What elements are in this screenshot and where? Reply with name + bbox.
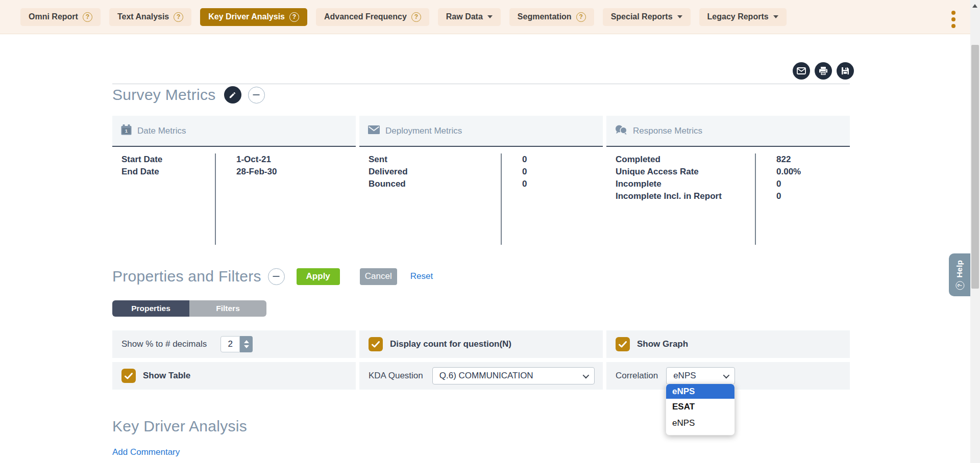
show-graph-label: Show Graph <box>637 339 688 349</box>
tab-properties[interactable]: Properties <box>112 300 189 317</box>
main-content: Survey Metrics 1 Date Metrics Start Date… <box>112 34 850 463</box>
nav-tab-label: Segmentation <box>518 12 572 21</box>
metric-label: Bounced <box>369 178 501 190</box>
print-icon[interactable] <box>815 62 832 80</box>
arrow-up-icon[interactable] <box>244 340 249 343</box>
chevron-down-icon <box>582 372 589 378</box>
help-question-icon: ? <box>955 281 964 290</box>
show-table-checkbox[interactable] <box>121 369 136 383</box>
chat-bubbles-icon <box>615 125 627 137</box>
scrollbar-thumb[interactable] <box>971 45 979 289</box>
metric-value: 28-Feb-30 <box>236 166 277 178</box>
help-tab-label: Help <box>955 260 964 278</box>
correlation-select[interactable]: eNPS <box>666 367 735 384</box>
kda-question-setting: KDA Question Q.6) COMMUNICATION <box>359 362 603 390</box>
cancel-button[interactable]: Cancel <box>360 268 397 285</box>
correlation-dropdown-list: eNPS ESAT eNPS <box>666 383 735 435</box>
tab-filters[interactable]: Filters <box>189 300 266 317</box>
card-title: Date Metrics <box>137 126 186 136</box>
email-icon[interactable] <box>793 62 810 80</box>
correlation-value: eNPS <box>673 371 696 381</box>
document-actions <box>793 62 854 80</box>
calendar-icon: 1 <box>121 124 132 137</box>
show-graph-checkbox[interactable] <box>616 337 630 351</box>
metric-label: Incomplete Incl. in Report <box>616 190 755 202</box>
show-graph-setting: Show Graph <box>606 330 850 358</box>
help-circle-icon[interactable]: ? <box>576 12 586 22</box>
metric-value: 0 <box>522 166 527 178</box>
dropdown-option-esat[interactable]: ESAT <box>666 399 734 415</box>
display-count-label: Display count for question(N) <box>390 339 511 349</box>
section-divider <box>112 84 850 84</box>
card-title: Deployment Metrics <box>385 126 462 136</box>
collapse-minus-icon[interactable] <box>248 87 265 104</box>
metric-cards: 1 Date Metrics Start Date End Date 1-Oct… <box>112 116 850 245</box>
metric-value: 0 <box>522 153 527 166</box>
metric-value: 0 <box>776 190 801 202</box>
survey-metrics-title: Survey Metrics <box>112 86 216 104</box>
decimals-stepper[interactable]: 2 <box>220 336 253 352</box>
scrollbar-up-arrow[interactable] <box>972 4 977 8</box>
apply-button[interactable]: Apply <box>297 268 340 285</box>
nav-tab-label: Key Driver Analysis <box>208 12 285 21</box>
card-title: Response Metrics <box>633 126 702 136</box>
nav-tab-legacy-reports[interactable]: Legacy Reports <box>699 8 787 26</box>
metric-label: Incomplete <box>616 178 755 190</box>
help-circle-icon[interactable]: ? <box>411 12 421 22</box>
top-navigation: Omni Report ? Text Analysis ? Key Driver… <box>0 0 980 34</box>
chevron-down-icon <box>677 15 682 18</box>
nav-tab-label: Advanced Frequency <box>324 12 407 21</box>
kda-title: Key Driver Analysis <box>112 418 247 435</box>
kda-question-label: KDA Question <box>369 371 423 381</box>
response-metrics-card: Response Metrics Completed Unique Access… <box>606 116 850 245</box>
nav-tab-omni-report[interactable]: Omni Report ? <box>20 8 101 26</box>
metric-value: 1-Oct-21 <box>236 153 277 166</box>
arrow-down-icon[interactable] <box>244 345 249 348</box>
properties-row-2: Show Table KDA Question Q.6) COMMUNICATI… <box>112 362 850 390</box>
dropdown-option-enps[interactable]: eNPS <box>666 384 734 399</box>
decimals-value[interactable]: 2 <box>220 336 240 352</box>
metric-label: Start Date <box>121 153 215 166</box>
display-count-checkbox[interactable] <box>369 337 383 351</box>
collapse-minus-icon[interactable] <box>268 268 285 285</box>
kda-question-select[interactable]: Q.6) COMMUNICATION <box>432 367 595 384</box>
dropdown-option-enps-2[interactable]: eNPS <box>666 415 734 431</box>
help-tab[interactable]: ? Help <box>949 253 970 296</box>
nav-tab-raw-data[interactable]: Raw Data <box>438 8 501 26</box>
page-scrollbar[interactable] <box>970 0 980 463</box>
edit-pencil-icon[interactable] <box>224 86 241 104</box>
decimals-setting: Show % to # decimals 2 <box>112 330 356 358</box>
metric-value: 0 <box>776 178 801 190</box>
stepper-arrows[interactable] <box>240 336 253 352</box>
nav-tab-key-driver-analysis[interactable]: Key Driver Analysis ? <box>200 8 307 26</box>
metric-label: Unique Access Rate <box>616 166 755 178</box>
metric-label: Sent <box>369 153 501 166</box>
nav-tab-label: Raw Data <box>446 12 483 21</box>
help-circle-icon[interactable]: ? <box>83 12 92 22</box>
help-circle-icon[interactable]: ? <box>174 12 183 22</box>
correlation-label: Correlation <box>616 371 658 381</box>
reset-link[interactable]: Reset <box>410 271 433 281</box>
nav-tab-special-reports[interactable]: Special Reports <box>603 8 691 26</box>
nav-tab-segmentation[interactable]: Segmentation ? <box>509 8 594 26</box>
add-commentary-link[interactable]: Add Commentary <box>112 447 180 457</box>
metric-label: End Date <box>121 166 215 178</box>
date-metrics-card: 1 Date Metrics Start Date End Date 1-Oct… <box>112 116 356 245</box>
metric-label: Completed <box>616 153 755 166</box>
chevron-down-icon <box>723 372 730 378</box>
chevron-down-icon <box>773 15 778 18</box>
properties-filters-header: Properties and Filters Apply Cancel Rese… <box>112 268 433 285</box>
save-icon[interactable] <box>837 62 854 80</box>
nav-tab-advanced-frequency[interactable]: Advanced Frequency ? <box>316 8 429 26</box>
nav-tab-label: Special Reports <box>611 12 673 21</box>
kebab-menu-icon[interactable] <box>950 10 957 29</box>
nav-tab-label: Text Analysis <box>117 12 169 21</box>
nav-tab-label: Legacy Reports <box>707 12 769 21</box>
help-circle-icon[interactable]: ? <box>289 12 299 22</box>
nav-tab-text-analysis[interactable]: Text Analysis ? <box>109 8 191 26</box>
properties-filters-tabs: Properties Filters <box>112 300 266 317</box>
svg-text:1: 1 <box>125 128 128 134</box>
metric-value: 822 <box>776 153 801 166</box>
chevron-down-icon <box>487 15 493 18</box>
survey-metrics-header: Survey Metrics <box>112 86 265 104</box>
